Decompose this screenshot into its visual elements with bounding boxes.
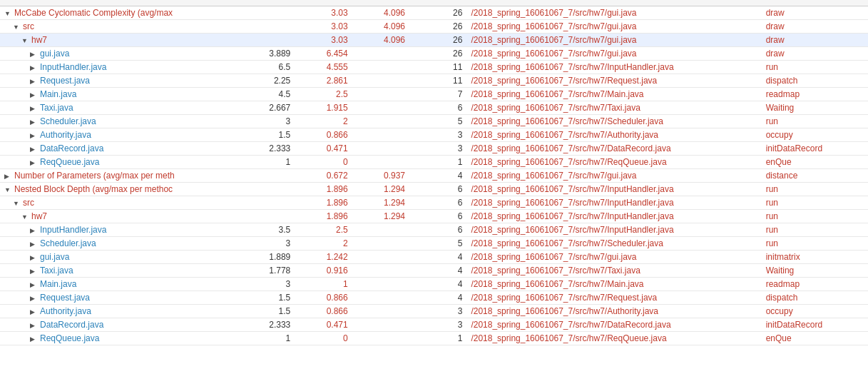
resource-cell[interactable]: /2018_spring_16061067_7/src/hw7/gui.java <box>466 20 761 34</box>
chevron-right-icon[interactable]: ▶ <box>30 91 40 98</box>
method-cell[interactable]: run <box>762 115 868 128</box>
metric-label[interactable]: Authority.java <box>40 130 91 140</box>
metric-label[interactable]: hw7 <box>31 211 47 221</box>
chevron-right-icon[interactable]: ▶ <box>30 322 40 329</box>
method-cell[interactable]: run <box>762 196 868 210</box>
metric-label[interactable]: Taxi.java <box>40 266 73 276</box>
chevron-down-icon[interactable]: ▼ <box>13 24 23 31</box>
resource-cell[interactable]: /2018_spring_16061067_7/src/hw7/Request.… <box>466 74 761 88</box>
method-cell[interactable]: enQue <box>762 332 868 345</box>
chevron-right-icon[interactable]: ▶ <box>30 268 40 275</box>
method-cell[interactable]: run <box>762 183 868 196</box>
chevron-right-icon[interactable]: ▶ <box>30 118 40 126</box>
resource-cell[interactable]: /2018_spring_16061067_7/src/hw7/Taxi.jav… <box>466 264 761 278</box>
metric-label[interactable]: src <box>23 198 34 208</box>
metric-label[interactable]: Main.java <box>40 279 76 289</box>
metric-label[interactable]: Taxi.java <box>40 103 73 113</box>
resource-cell[interactable]: /2018_spring_16061067_7/src/hw7/gui.java <box>466 47 761 61</box>
metric-label[interactable]: Request.java <box>40 76 90 86</box>
resource-cell[interactable]: /2018_spring_16061067_7/src/hw7/ReqQueue… <box>466 156 761 169</box>
method-cell[interactable]: readmap <box>762 278 868 291</box>
method-cell[interactable]: run <box>762 237 868 251</box>
metric-label[interactable]: InputHandler.java <box>40 62 106 72</box>
method-cell[interactable]: Waiting <box>762 264 868 278</box>
metric-label[interactable]: Nested Block Depth (avg/max per methoc <box>14 184 173 194</box>
metric-label[interactable]: hw7 <box>31 35 47 45</box>
metric-label[interactable]: Number of Parameters (avg/max per meth <box>14 171 175 181</box>
resource-cell[interactable]: /2018_spring_16061067_7/src/hw7/Authorit… <box>466 128 761 142</box>
resource-cell[interactable]: /2018_spring_16061067_7/src/hw7/gui.java <box>466 6 761 20</box>
chevron-down-icon[interactable]: ▼ <box>21 213 31 221</box>
method-cell[interactable]: distance <box>762 169 868 183</box>
metric-label[interactable]: McCabe Cyclomatic Complexity (avg/max <box>14 8 173 18</box>
chevron-right-icon[interactable]: ▶ <box>30 159 40 166</box>
chevron-down-icon[interactable]: ▼ <box>13 200 23 207</box>
method-cell[interactable]: run <box>762 223 868 237</box>
resource-cell[interactable]: /2018_spring_16061067_7/src/hw7/Main.jav… <box>466 88 761 101</box>
chevron-right-icon[interactable]: ▶ <box>4 173 14 180</box>
metric-label[interactable]: Main.java <box>40 89 76 99</box>
metric-label[interactable]: InputHandler.java <box>40 225 106 235</box>
resource-cell[interactable]: /2018_spring_16061067_7/src/hw7/Schedule… <box>466 237 761 251</box>
chevron-right-icon[interactable]: ▶ <box>30 64 40 71</box>
method-cell[interactable]: draw <box>762 34 868 47</box>
resource-cell[interactable]: /2018_spring_16061067_7/src/hw7/gui.java <box>466 169 761 183</box>
method-cell[interactable]: dispatch <box>762 74 868 88</box>
resource-cell[interactable]: /2018_spring_16061067_7/src/hw7/DataReco… <box>466 318 761 332</box>
method-cell[interactable]: draw <box>762 47 868 61</box>
method-cell[interactable]: run <box>762 210 868 223</box>
resource-cell[interactable]: /2018_spring_16061067_7/src/hw7/InputHan… <box>466 210 761 223</box>
resource-cell[interactable]: /2018_spring_16061067_7/src/hw7/Schedule… <box>466 115 761 128</box>
chevron-right-icon[interactable]: ▶ <box>30 241 40 248</box>
metric-label[interactable]: Authority.java <box>40 306 91 316</box>
chevron-right-icon[interactable]: ▶ <box>30 51 40 58</box>
chevron-right-icon[interactable]: ▶ <box>30 335 40 343</box>
method-cell[interactable]: occupy <box>762 128 868 142</box>
method-cell[interactable]: Waiting <box>762 101 868 115</box>
resource-cell[interactable]: /2018_spring_16061067_7/src/hw7/gui.java <box>466 251 761 264</box>
metric-label[interactable]: Request.java <box>40 293 90 303</box>
method-cell[interactable]: initDataRecord <box>762 318 868 332</box>
chevron-down-icon[interactable]: ▼ <box>4 186 14 193</box>
chevron-right-icon[interactable]: ▶ <box>30 227 40 234</box>
metric-label[interactable]: Scheduler.java <box>40 238 96 248</box>
chevron-right-icon[interactable]: ▶ <box>30 132 40 139</box>
resource-cell[interactable]: /2018_spring_16061067_7/src/hw7/Main.jav… <box>466 278 761 291</box>
chevron-right-icon[interactable]: ▶ <box>30 281 40 288</box>
method-cell[interactable]: initmatrix <box>762 251 868 264</box>
resource-cell[interactable]: /2018_spring_16061067_7/src/hw7/InputHan… <box>466 61 761 74</box>
method-cell[interactable]: run <box>762 61 868 74</box>
metric-label[interactable]: DataRecord.java <box>40 143 103 153</box>
resource-cell[interactable]: /2018_spring_16061067_7/src/hw7/InputHan… <box>466 223 761 237</box>
method-cell[interactable]: enQue <box>762 156 868 169</box>
method-cell[interactable]: occupy <box>762 305 868 318</box>
method-cell[interactable]: initDataRecord <box>762 142 868 156</box>
chevron-right-icon[interactable]: ▶ <box>30 105 40 112</box>
resource-cell[interactable]: /2018_spring_16061067_7/src/hw7/InputHan… <box>466 183 761 196</box>
resource-cell[interactable]: /2018_spring_16061067_7/src/hw7/InputHan… <box>466 196 761 210</box>
metric-label[interactable]: ReqQueue.java <box>40 333 99 343</box>
resource-cell[interactable]: /2018_spring_16061067_7/src/hw7/gui.java <box>466 34 761 47</box>
chevron-down-icon[interactable]: ▼ <box>21 37 31 44</box>
metric-label[interactable]: DataRecord.java <box>40 320 103 330</box>
metric-label[interactable]: ReqQueue.java <box>40 157 99 167</box>
chevron-down-icon[interactable]: ▼ <box>4 10 14 17</box>
chevron-right-icon[interactable]: ▶ <box>30 295 40 302</box>
metric-label[interactable]: Scheduler.java <box>40 116 96 126</box>
resource-cell[interactable]: /2018_spring_16061067_7/src/hw7/Taxi.jav… <box>466 101 761 115</box>
method-cell[interactable]: draw <box>762 6 868 20</box>
method-cell[interactable]: dispatch <box>762 291 868 305</box>
chevron-right-icon[interactable]: ▶ <box>30 308 40 315</box>
resource-cell[interactable]: /2018_spring_16061067_7/src/hw7/ReqQueue… <box>466 332 761 345</box>
resource-cell[interactable]: /2018_spring_16061067_7/src/hw7/DataReco… <box>466 142 761 156</box>
metric-label[interactable]: gui.java <box>40 49 69 59</box>
chevron-right-icon[interactable]: ▶ <box>30 78 40 85</box>
metric-label[interactable]: src <box>23 21 34 31</box>
chevron-right-icon[interactable]: ▶ <box>30 254 40 261</box>
resource-cell[interactable]: /2018_spring_16061067_7/src/hw7/Request.… <box>466 291 761 305</box>
chevron-right-icon[interactable]: ▶ <box>30 146 40 153</box>
method-cell[interactable]: draw <box>762 20 868 34</box>
method-cell[interactable]: readmap <box>762 88 868 101</box>
resource-cell[interactable]: /2018_spring_16061067_7/src/hw7/Authorit… <box>466 305 761 318</box>
metric-label[interactable]: gui.java <box>40 252 69 262</box>
